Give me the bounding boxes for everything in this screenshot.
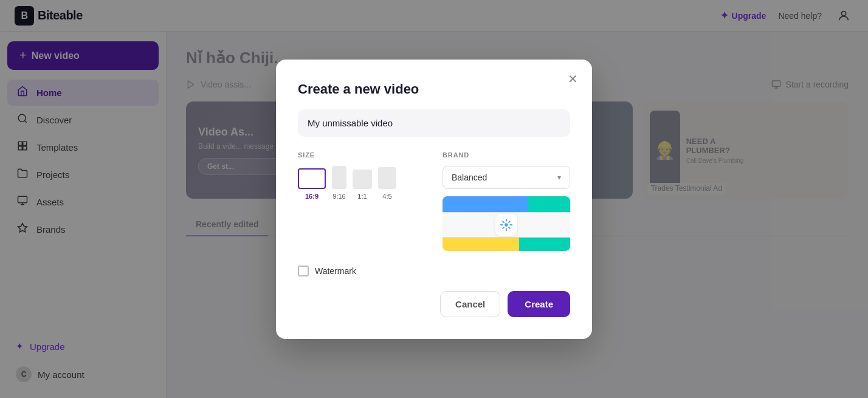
modal-options-row: SIZE 16:9 9:16 1:1: [298, 151, 570, 251]
size-box-4-5: [378, 167, 396, 189]
size-option-16-9[interactable]: 16:9: [298, 168, 326, 200]
brand-section-label: BRAND: [443, 151, 570, 159]
svg-point-15: [505, 223, 508, 227]
modal-footer: Cancel Create: [298, 291, 570, 317]
watermark-row: Watermark: [298, 266, 570, 276]
brand-color-teal: [528, 196, 570, 212]
brand-preview-bottom: [443, 238, 570, 251]
size-option-9-16[interactable]: 9:16: [332, 166, 346, 200]
size-label-1-1: 1:1: [357, 193, 367, 200]
brand-select[interactable]: Balanced ▾: [443, 166, 570, 189]
brand-preview-top: [443, 196, 570, 212]
brand-section: BRAND Balanced ▾: [443, 151, 570, 251]
create-button[interactable]: Create: [508, 291, 570, 317]
size-box-1-1: [353, 170, 372, 189]
modal-title: Create a new video: [298, 81, 570, 97]
watermark-checkbox[interactable]: [298, 266, 309, 276]
video-title-input[interactable]: [298, 109, 570, 137]
brand-color-blue: [443, 196, 528, 212]
size-section: SIZE 16:9 9:16 1:1: [298, 151, 425, 251]
size-options: 16:9 9:16 1:1 4:5: [298, 166, 425, 200]
size-section-label: SIZE: [298, 151, 425, 159]
close-icon: ✕: [568, 72, 578, 86]
modal-close-button[interactable]: ✕: [563, 69, 582, 89]
size-box-16-9: [298, 168, 326, 189]
size-label-9-16: 9:16: [332, 193, 345, 200]
create-video-modal: ✕ Create a new video SIZE 16:9 9:16: [276, 60, 592, 339]
watermark-label: Watermark: [315, 266, 356, 276]
brand-logo-box: [495, 214, 517, 236]
chevron-down-icon: ▾: [557, 173, 561, 182]
size-label-4-5: 4:5: [382, 193, 391, 200]
size-box-9-16: [332, 166, 346, 189]
size-label-16-9: 16:9: [305, 193, 319, 200]
cancel-button[interactable]: Cancel: [440, 291, 500, 317]
brand-value: Balanced: [452, 173, 487, 182]
size-option-1-1[interactable]: 1:1: [353, 170, 372, 200]
brand-color-teal2: [519, 238, 570, 251]
brand-logo-icon: [500, 218, 513, 232]
size-option-4-5[interactable]: 4:5: [378, 167, 396, 200]
brand-preview-mid: [443, 212, 570, 238]
brand-preview: [443, 196, 570, 251]
brand-color-yellow: [443, 238, 519, 251]
modal-overlay[interactable]: ✕ Create a new video SIZE 16:9 9:16: [0, 0, 868, 398]
